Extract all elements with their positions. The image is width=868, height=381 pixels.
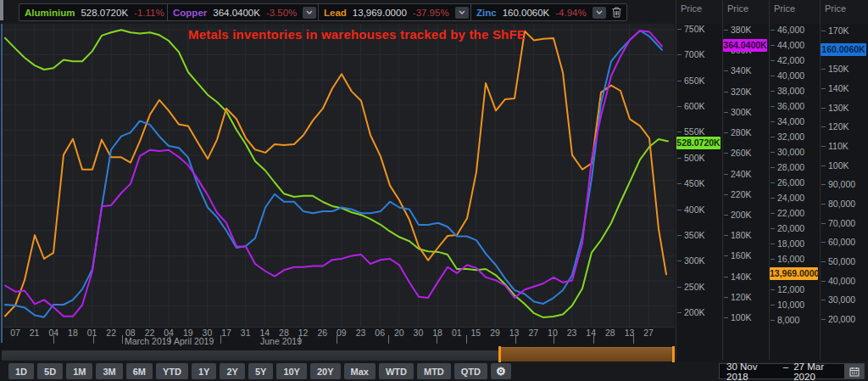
axis-tick-label: 60,000 bbox=[821, 237, 855, 247]
axis-tick-label: 30,000 bbox=[821, 294, 855, 305]
axis-tick-label: 180K bbox=[724, 230, 752, 240]
period-toolbar: 1D5D1M3M6MYTD1Y2Y5Y10Y20YMaxWTDMTDQTD⚙ 3… bbox=[0, 361, 868, 381]
axis-tick-label: 20,000 bbox=[821, 314, 855, 324]
last-price-flag: 160.0060K bbox=[821, 43, 866, 56]
axis-tick-label: 130K bbox=[821, 103, 849, 113]
axis-tick-label: 140K bbox=[821, 83, 849, 93]
date-range-text: 30 Nov 2018 – 27 Mar 2020 bbox=[726, 361, 844, 381]
axis-tick-label: 34,000 bbox=[771, 116, 804, 126]
month-boundary-tick bbox=[633, 335, 634, 344]
axis-header: Price bbox=[681, 3, 702, 14]
period-button-5y[interactable]: 5Y bbox=[248, 363, 273, 379]
axis-separator bbox=[769, 0, 770, 360]
last-price-flag: 528.0720K bbox=[676, 137, 721, 149]
axis-tick-label: 28,000 bbox=[771, 162, 804, 172]
axis-tick-label: 70,000 bbox=[821, 218, 855, 228]
scrollbar-left-handle[interactable] bbox=[498, 346, 501, 362]
period-button-max[interactable]: Max bbox=[344, 363, 376, 379]
chart-application: Aluminium528.0720K-1.11%Copper364.0400K-… bbox=[0, 0, 868, 381]
axis-tick-label: 32,000 bbox=[771, 132, 804, 142]
period-button-qtd[interactable]: QTD bbox=[454, 363, 487, 379]
month-boundary-tick bbox=[593, 335, 594, 344]
period-button-20y[interactable]: 20Y bbox=[310, 363, 341, 379]
period-button-ytd[interactable]: YTD bbox=[156, 363, 188, 379]
month-boundary-tick bbox=[515, 335, 516, 344]
axis-tick-label: 20,000 bbox=[771, 223, 804, 233]
period-button-10y[interactable]: 10Y bbox=[276, 363, 307, 379]
x-tick-label: 27 bbox=[637, 328, 659, 338]
axis-tick-label: 140K bbox=[724, 272, 752, 282]
axis-tick-label: 42,000 bbox=[771, 55, 804, 65]
period-button-row: 1D5D1M3M6MYTD1Y2Y5Y10Y20YMaxWTDMTDQTD⚙ bbox=[8, 363, 511, 379]
scrollbar-preview-area[interactable] bbox=[2, 350, 500, 361]
period-button-1d[interactable]: 1D bbox=[8, 363, 34, 379]
period-button-1m[interactable]: 1M bbox=[66, 363, 92, 379]
axis-tick-label: 44,000 bbox=[771, 40, 804, 50]
month-label: March 2019 bbox=[125, 336, 171, 346]
axis-tick-label: 350K bbox=[677, 230, 705, 240]
axis-tick-label: 150K bbox=[821, 64, 849, 74]
scrollbar-selected-range[interactable] bbox=[499, 347, 675, 361]
axis-tick-label: 50,000 bbox=[821, 256, 855, 266]
axis-tick-label: 80,000 bbox=[821, 199, 855, 209]
price-axis-aluminium[interactable]: Price750K700K650K600K550K500K450K400K350… bbox=[676, 0, 722, 360]
axis-tick-label: 16,000 bbox=[771, 254, 804, 264]
gear-icon[interactable]: ⚙ bbox=[491, 363, 511, 379]
axis-tick-label: 300K bbox=[724, 107, 752, 117]
axis-tick-label: 24,000 bbox=[771, 193, 804, 203]
axis-tick-label: 700K bbox=[677, 49, 705, 59]
axis-header: Price bbox=[774, 3, 795, 14]
axis-separator bbox=[676, 0, 676, 360]
axis-tick-label: 30,000 bbox=[771, 147, 804, 157]
axis-tick-label: 280K bbox=[724, 127, 752, 137]
axis-tick-label: 120K bbox=[724, 292, 752, 302]
axis-tick-label: 22,000 bbox=[771, 208, 804, 218]
month-boundary-tick bbox=[437, 335, 437, 344]
month-boundary-tick bbox=[466, 335, 467, 344]
axis-tick-label: 100K bbox=[724, 312, 752, 322]
axis-header: Price bbox=[727, 3, 748, 14]
calendar-icon[interactable] bbox=[844, 364, 864, 378]
axis-tick-label: 46,000 bbox=[771, 25, 804, 35]
axis-tick-label: 10,000 bbox=[771, 300, 804, 310]
axis-tick-label: 500K bbox=[677, 153, 705, 163]
axis-tick-label: 650K bbox=[677, 76, 705, 86]
month-label: June 2019 bbox=[260, 336, 302, 346]
axis-tick-label: 40,000 bbox=[821, 276, 855, 286]
date-range-picker[interactable]: 30 Nov 2018 – 27 Mar 2020 bbox=[719, 363, 865, 379]
period-button-1y[interactable]: 1Y bbox=[192, 363, 216, 379]
axis-header: Price bbox=[825, 3, 846, 14]
period-button-5d[interactable]: 5D bbox=[37, 363, 63, 379]
last-price-flag: 13,969.0000 bbox=[770, 267, 818, 280]
period-button-mtd[interactable]: MTD bbox=[417, 363, 451, 379]
month-boundary-tick bbox=[93, 335, 94, 344]
axis-tick-label: 170K bbox=[821, 25, 849, 36]
month-boundary-tick bbox=[122, 335, 123, 344]
range-scrollbar[interactable] bbox=[0, 346, 675, 361]
axis-tick-label: 450K bbox=[677, 178, 705, 188]
price-axis-zinc[interactable]: Price170K160K150K140K130K120K110K100K90,… bbox=[820, 0, 868, 360]
price-axis-lead[interactable]: Price46,00044,00042,00040,00038,00036,00… bbox=[769, 0, 820, 360]
price-axis-copper[interactable]: Price380K360K340K320K300K280K260K240K220… bbox=[722, 0, 769, 360]
period-button-2y[interactable]: 2Y bbox=[220, 363, 244, 379]
axis-tick-label: 320K bbox=[724, 87, 752, 97]
scrollbar-right-handle[interactable] bbox=[672, 346, 675, 362]
chart-title: Metals inventories in warehouses tracked… bbox=[188, 27, 526, 42]
axis-tick-label: 110K bbox=[821, 141, 849, 151]
axis-tick-label: 40,000 bbox=[771, 70, 804, 81]
date-separator: – bbox=[783, 361, 788, 381]
axis-tick-label: 200K bbox=[677, 307, 705, 317]
axis-tick-label: 340K bbox=[724, 65, 752, 76]
axis-tick-label: 380K bbox=[724, 25, 752, 35]
period-button-3m[interactable]: 3M bbox=[96, 363, 122, 379]
axis-tick-label: 26,000 bbox=[771, 177, 804, 188]
date-to: 27 Mar 2020 bbox=[793, 361, 844, 381]
period-button-6m[interactable]: 6M bbox=[126, 363, 153, 379]
price-chart-canvas[interactable] bbox=[0, 0, 675, 346]
axis-tick-label: 260K bbox=[724, 148, 752, 158]
axis-tick-label: 200K bbox=[724, 210, 752, 220]
period-button-wtd[interactable]: WTD bbox=[379, 363, 414, 379]
axis-tick-label: 220K bbox=[724, 189, 752, 199]
axis-tick-label: 120K bbox=[821, 121, 849, 132]
axis-tick-label: 38,000 bbox=[771, 86, 804, 96]
